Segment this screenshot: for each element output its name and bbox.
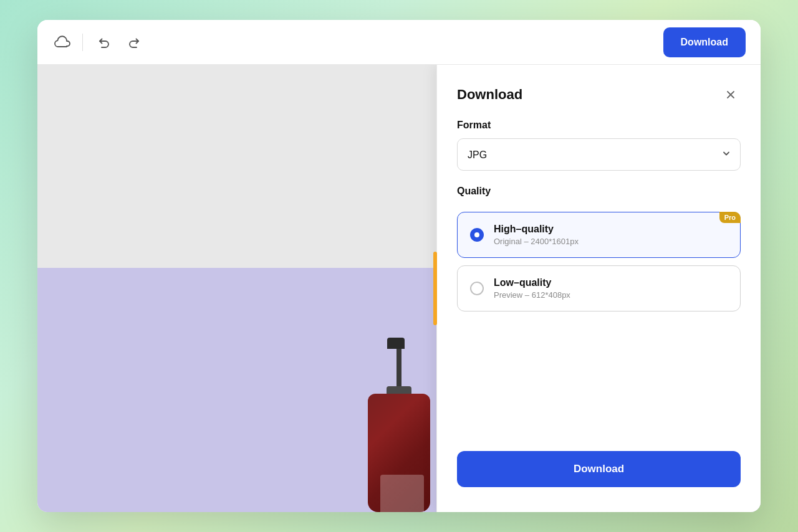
quality-low-text: Low–quality Preview – 612*408px (494, 277, 570, 300)
format-select[interactable]: JPG PNG SVG PDF WEBP (457, 138, 741, 171)
quality-high-desc: Original – 2400*1601px (494, 237, 579, 246)
download-header-button[interactable]: Download (663, 27, 746, 57)
format-label: Format (457, 120, 741, 131)
quality-high-name: High–quality (494, 224, 579, 235)
quality-label: Quality (457, 186, 741, 197)
quality-section: Quality High–quality Original – 2400*160… (457, 186, 741, 311)
toolbar-left (52, 32, 653, 53)
quality-option-low[interactable]: Low–quality Preview – 612*408px (457, 265, 741, 311)
bottle-illustration (365, 338, 433, 500)
format-select-wrapper: JPG PNG SVG PDF WEBP (457, 138, 741, 171)
download-main-button[interactable]: Download (457, 451, 741, 487)
toolbar-divider (82, 34, 83, 51)
quality-low-desc: Preview – 612*408px (494, 290, 570, 300)
cloud-icon[interactable] (52, 32, 72, 52)
toolbar: Download (37, 20, 761, 65)
app-window: Download (37, 20, 761, 512)
bottle-label (380, 475, 424, 512)
panel-title: Download (457, 87, 522, 103)
canvas-area: Download Format JPG PNG SVG PDF WEBP (37, 65, 761, 512)
pro-badge: Pro (719, 212, 741, 223)
close-button[interactable] (721, 85, 741, 105)
quality-high-text: High–quality Original – 2400*1601px (494, 224, 579, 246)
radio-high (470, 228, 484, 242)
bottle-pump-neck (397, 349, 401, 386)
download-panel: Download Format JPG PNG SVG PDF WEBP (436, 65, 761, 512)
undo-button[interactable] (93, 32, 114, 53)
bottle-pump-head (387, 338, 405, 349)
yellow-accent-strip (433, 252, 437, 325)
panel-header: Download (457, 85, 741, 105)
radio-low (470, 282, 484, 295)
format-section: Format JPG PNG SVG PDF WEBP (457, 120, 741, 171)
quality-low-name: Low–quality (494, 277, 570, 288)
redo-button[interactable] (124, 32, 145, 53)
bottle-container (365, 268, 433, 512)
quality-option-high[interactable]: High–quality Original – 2400*1601px Pro (457, 212, 741, 258)
radio-high-inner (474, 232, 479, 237)
bottle-body (368, 394, 430, 512)
